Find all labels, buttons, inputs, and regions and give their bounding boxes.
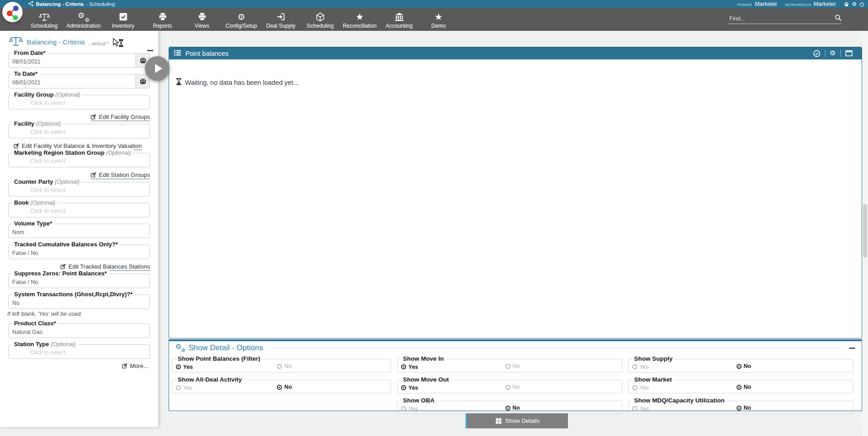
vertical-scrollbar[interactable]	[862, 31, 868, 436]
nav-item-reconciliation[interactable]: ★ Reconciliation	[340, 8, 379, 31]
nav-item-deal-supply[interactable]: Deal Supply	[261, 8, 301, 31]
edit-icon	[122, 363, 128, 369]
nav-item-demo[interactable]: ★ Demo	[419, 8, 458, 31]
workbench-label: WORKBENCH	[786, 3, 811, 7]
more-link[interactable]: More...	[122, 363, 148, 370]
radio-icon	[737, 406, 742, 411]
validate-button[interactable]	[809, 50, 825, 57]
facility-field[interactable]: Facility (Optional) Click to select	[8, 124, 150, 138]
share-icon	[28, 1, 34, 7]
radio-yes[interactable]: Yes	[176, 385, 192, 391]
field-placeholder: Click to select	[12, 208, 146, 214]
station-type-field[interactable]: Station Type (Optional) Click to select	[8, 344, 150, 359]
suppress-zeros-field[interactable]: Suppress Zeros: Point Balances* False / …	[8, 274, 150, 288]
scrollbar-thumb[interactable]	[863, 204, 867, 258]
radio-no[interactable]: No	[505, 384, 520, 390]
nav-item-reports[interactable]: Reports	[143, 8, 182, 31]
field-label: Book	[14, 199, 29, 206]
radio-yes[interactable]: Yes	[401, 364, 418, 370]
show-details-label: Show Details	[505, 417, 540, 424]
radio-no[interactable]: No	[737, 384, 752, 390]
nav-item-views[interactable]: Views	[182, 8, 222, 31]
option-label: Show Move Out	[403, 376, 449, 383]
option-label: Show Point Balances (Filter)	[178, 355, 260, 362]
search-icon[interactable]	[834, 14, 842, 23]
radio-no[interactable]: No	[505, 363, 520, 369]
radio-yes[interactable]: Yes	[401, 385, 418, 391]
volume-type-field[interactable]: Volume Type* Nom	[8, 224, 150, 238]
radio-icon	[505, 385, 510, 390]
book-field[interactable]: Book (Optional) Click to select	[8, 203, 150, 217]
nav-item-accounting[interactable]: Accounting	[379, 8, 419, 31]
radio-yes[interactable]: Yes	[401, 406, 417, 412]
counter-party-field[interactable]: Counter Party (Optional) Click to select	[8, 182, 150, 196]
find-input[interactable]	[727, 15, 834, 22]
nav-label: Administration	[66, 23, 101, 29]
system-transactions-field[interactable]: System Transactions (Ghost,Rcpt,Dlvry)?*…	[8, 294, 150, 309]
gear-icon: ⚙	[830, 50, 836, 57]
point-balances-panel: Point balances ⚙ Waiting, no data has be…	[169, 47, 862, 338]
radio-icon	[632, 406, 637, 411]
field-label: Suppress Zeros: Point Balances*	[14, 270, 107, 277]
radio-no[interactable]: No	[277, 384, 292, 390]
window-icon	[845, 50, 853, 56]
printer-icon	[158, 11, 167, 22]
edit-facility-groups-link[interactable]: Edit Facility Groups	[91, 113, 150, 121]
nav-label: Reports	[153, 23, 172, 29]
cube-icon	[315, 11, 325, 22]
link-row: Edit Facility Vol Balance & Inventory Va…	[14, 142, 150, 149]
nav-item-scheduling[interactable]: Scheduling	[24, 8, 64, 31]
option-show-mdq-capacity-utilization: Show MDQ/Capacity Utilization Yes No	[628, 401, 853, 414]
collapse-criteria-button[interactable]	[147, 50, 153, 51]
optional-tag: (Optional)	[55, 179, 80, 185]
facility-group-field[interactable]: Facility Group (Optional) Click to selec…	[8, 95, 150, 109]
calendar-globe-button[interactable]	[136, 74, 150, 88]
field-label: Volume Type*	[14, 220, 52, 227]
nav-item-administration[interactable]: ⚙⚙ Administration	[64, 8, 103, 31]
tracked-cumulative-balances-field[interactable]: Tracked Cumulative Balances Only?* False…	[8, 245, 150, 259]
collapse-options-button[interactable]	[849, 348, 855, 349]
radio-no[interactable]: No	[737, 363, 752, 369]
radio-yes[interactable]: Yes	[176, 364, 193, 370]
panel-settings-button[interactable]: ⚙	[825, 50, 840, 57]
run-criteria-button[interactable]	[145, 56, 170, 81]
star-icon: ★	[356, 11, 364, 22]
radio-no[interactable]: No	[737, 405, 752, 411]
app-name: - Scheduling	[86, 1, 115, 7]
field-hint-note: If left blank, 'Yes' will be used.	[7, 311, 150, 318]
home-icon[interactable]	[844, 2, 849, 7]
bottom-strip	[0, 428, 868, 436]
radio-yes[interactable]: Yes	[632, 385, 649, 391]
globe-icon	[140, 57, 146, 64]
nav-label: Accounting	[386, 23, 412, 29]
window-title: Balancing - Criteria - Scheduling	[28, 1, 115, 7]
nav-label: Scheduling	[307, 23, 334, 29]
nav-label: Views	[195, 23, 209, 29]
radio-no[interactable]: No	[505, 405, 520, 411]
maximize-button[interactable]	[840, 50, 857, 57]
to-date-field[interactable]: To Date* 08/01/2021	[8, 74, 150, 88]
product-class-field[interactable]: Product Class* Natural Gas	[8, 323, 150, 338]
field-placeholder: Click to select	[12, 350, 146, 355]
power-icon[interactable]	[859, 2, 864, 7]
workbench-selector[interactable]: WORKBENCH Marketer	[786, 1, 836, 7]
hourglass-icon	[176, 78, 182, 87]
nav-item-scheduling-2[interactable]: Scheduling	[301, 8, 340, 31]
gear-icon[interactable]: ⚙	[852, 1, 857, 7]
edit-station-groups-link[interactable]: Edit Station Groups	[91, 171, 150, 179]
nav-item-config-setup[interactable]: ⚙ Config/Setup	[222, 8, 261, 31]
marketing-region-station-group-field[interactable]: Marketing Region Station Group (Optional…	[8, 153, 150, 167]
divider	[268, 348, 844, 348]
field-placeholder: Click to select	[12, 129, 146, 135]
optional-tag: (Optional)	[55, 92, 80, 98]
radio-yes[interactable]: Yes	[632, 406, 649, 412]
optional-tag: (Optional)	[36, 121, 61, 127]
product-class-value: Natural Gas	[12, 329, 146, 335]
app-logo[interactable]	[2, 2, 23, 22]
tenant-selector[interactable]: TENANT Marketer	[737, 1, 777, 7]
from-date-field[interactable]: From Date* 08/01/2021	[8, 53, 150, 68]
nav-item-inventory[interactable]: Inventory	[103, 8, 143, 31]
radio-no[interactable]: No	[277, 363, 291, 369]
show-details-button[interactable]: Show Details	[466, 413, 568, 428]
radio-yes[interactable]: Yes	[632, 364, 649, 370]
